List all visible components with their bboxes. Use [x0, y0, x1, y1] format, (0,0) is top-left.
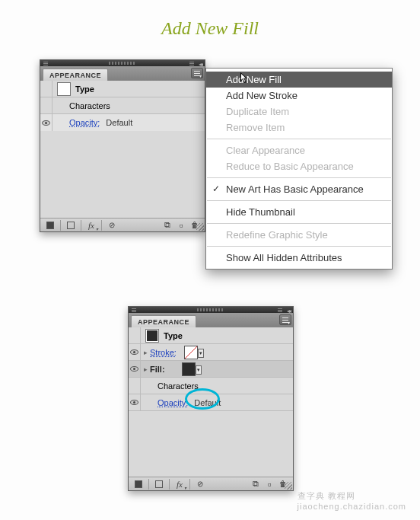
characters-row[interactable]: Characters	[129, 378, 293, 394]
type-label: Type	[75, 85, 94, 94]
type-thumbnail	[145, 329, 159, 343]
panel-body: Type ▸ Stroke: ▾ ▸ Fill: ▾ Characters	[129, 327, 293, 477]
fx-button[interactable]: fx	[173, 479, 186, 490]
menu-item[interactable]: Add New Fill	[206, 72, 392, 88]
characters-label: Characters	[141, 381, 199, 391]
swatch-dropdown-icon[interactable]: ▾	[196, 365, 202, 375]
stroke-label[interactable]: Stroke:	[150, 348, 180, 357]
menu-item[interactable]: Show All Hidden Attributes	[206, 250, 392, 266]
opacity-row[interactable]: Opacity: Default	[129, 394, 293, 411]
new-fill-button[interactable]	[152, 479, 166, 490]
panel-footer: fx	[129, 477, 293, 490]
swatch-dropdown-icon[interactable]: ▾	[198, 349, 204, 358]
appearance-panel-before: ◂◂ APPEARANCE Type Characters Opacity: D…	[40, 59, 205, 232]
panel-flyout-menu: Add New FillAdd New StrokeDuplicate Item…	[205, 68, 393, 270]
type-row[interactable]: Type	[40, 81, 205, 97]
page-title: Add New Fill	[0, 0, 420, 48]
resize-grip[interactable]	[196, 223, 204, 231]
stroke-row[interactable]: ▸ Stroke: ▾	[129, 344, 293, 361]
appearance-tab[interactable]: APPEARANCE	[43, 69, 108, 81]
stroke-swatch[interactable]: ▾	[184, 346, 198, 359]
clear-appearance-button[interactable]	[193, 479, 207, 490]
new-stroke-button[interactable]	[132, 479, 145, 490]
panel-grip[interactable]: ◂◂	[40, 60, 205, 66]
watermark: 查字典 教程网 jiaocheng.chazidian.com	[298, 490, 406, 511]
visibility-eye-icon[interactable]	[42, 120, 50, 126]
characters-row[interactable]: Characters	[40, 97, 205, 114]
type-row[interactable]: Type	[129, 327, 293, 344]
expand-chevron-icon[interactable]: ▸	[141, 349, 150, 356]
fill-label[interactable]: Fill:	[150, 365, 168, 374]
visibility-eye-icon[interactable]	[130, 366, 138, 372]
visibility-eye-icon[interactable]	[130, 400, 138, 405]
appearance-panel-after: ◂◂ APPEARANCE Type ▸ Stroke: ▾ ▸ Fill: ▾	[128, 306, 294, 491]
panel-menu-button[interactable]	[191, 68, 203, 78]
type-thumbnail	[57, 82, 71, 96]
new-item-button[interactable]	[174, 220, 188, 231]
characters-label: Characters	[52, 101, 110, 110]
panel-menu-button[interactable]	[279, 314, 291, 325]
opacity-value: Default	[191, 398, 221, 407]
menu-item: Redefine Graphic Style	[206, 227, 392, 243]
duplicate-button[interactable]	[161, 220, 174, 231]
duplicate-button[interactable]	[249, 479, 262, 490]
appearance-tab[interactable]: APPEARANCE	[131, 315, 196, 327]
panel-body: Type Characters Opacity: Default	[40, 81, 205, 218]
menu-item[interactable]: New Art Has Basic Appearance	[206, 181, 392, 197]
panel-footer: fx	[40, 218, 205, 231]
menu-item: Duplicate Item	[206, 104, 392, 120]
fx-button[interactable]: fx	[84, 220, 98, 231]
visibility-eye-icon[interactable]	[130, 349, 138, 355]
panel-grip[interactable]: ◂◂	[129, 307, 293, 313]
menu-item: Clear Appearance	[206, 142, 392, 158]
fill-row[interactable]: ▸ Fill: ▾	[129, 361, 293, 378]
expand-chevron-icon[interactable]: ▸	[141, 365, 150, 373]
menu-item: Remove Item	[206, 120, 392, 136]
menu-item[interactable]: Add New Stroke	[206, 88, 392, 104]
opacity-value: Default	[103, 118, 132, 127]
new-item-button[interactable]	[262, 479, 276, 490]
opacity-label[interactable]: Opacity:	[69, 118, 103, 127]
resize-grip[interactable]	[285, 482, 292, 490]
panel-tabbar: APPEARANCE	[40, 66, 205, 81]
type-label: Type	[164, 331, 183, 340]
new-stroke-button[interactable]	[43, 220, 57, 231]
opacity-row[interactable]: Opacity: Default	[40, 114, 205, 131]
panel-tabbar: APPEARANCE	[129, 313, 293, 327]
clear-appearance-button[interactable]	[105, 220, 119, 231]
menu-item[interactable]: Hide Thumbnail	[206, 204, 392, 220]
menu-item: Reduce to Basic Appearance	[206, 158, 392, 174]
fill-swatch[interactable]: ▾	[182, 362, 196, 376]
new-fill-button[interactable]	[64, 220, 78, 231]
opacity-label[interactable]: Opacity:	[158, 398, 191, 407]
